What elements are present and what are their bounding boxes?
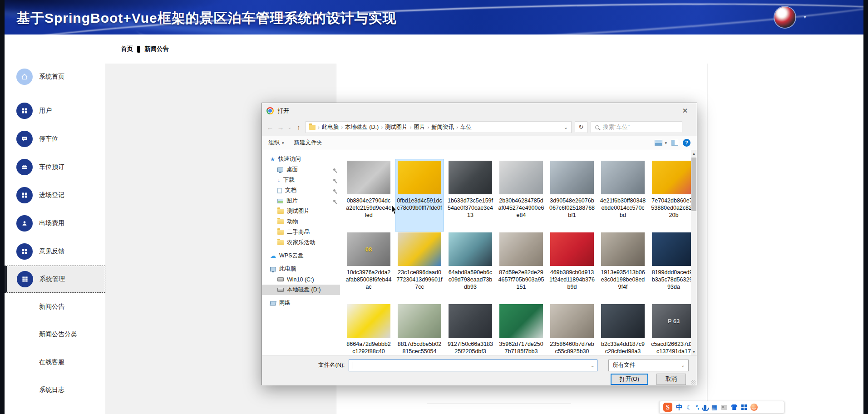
file-item[interactable]: 1913e935413b06e3c0d198be08ed9f4f xyxy=(599,231,647,303)
filetype-select[interactable]: 所有文件 ⌄ xyxy=(608,360,689,371)
file-item[interactable]: 0fbd1e3d4c591dcc78c09b0fff7fde0f xyxy=(395,159,444,231)
resize-grip[interactable] xyxy=(691,380,696,384)
skin-icon[interactable] xyxy=(731,404,738,410)
path-segment-parking[interactable]: 车位 xyxy=(460,123,472,131)
sidebar-item-feedback[interactable]: 意见反馈 xyxy=(5,237,105,266)
file-item[interactable]: 08 10dc3976a2dda2afab85008f6feb44ac xyxy=(345,231,393,303)
file-item[interactable]: 4e21f6b30ff80348ebde0014cc570cbd xyxy=(599,159,647,231)
scroll-down-icon[interactable]: ▼ xyxy=(691,350,697,354)
file-item[interactable]: 23586460b7d7ebc55c8925b30 xyxy=(548,303,596,355)
file-item[interactable]: 8664a72d9ebbb2c1292f88c40 xyxy=(345,303,393,355)
file-thumbnail xyxy=(601,232,645,266)
tree-item-pictures[interactable]: 图片 xyxy=(262,196,340,206)
forward-icon[interactable]: → xyxy=(277,123,284,131)
tree-item-quick-access[interactable]: ★ 快速访问 xyxy=(262,154,340,164)
ime-mode-toggle[interactable]: 中 xyxy=(676,403,683,412)
sogou-logo-icon[interactable]: S xyxy=(663,403,672,412)
new-folder-button[interactable]: 新建文件夹 xyxy=(294,139,323,147)
tree-item-drive-c[interactable]: Win10 (C:) xyxy=(262,274,340,285)
sidebar-subitem-news[interactable]: 新闻公告 xyxy=(5,293,105,320)
soft-keyboard-icon[interactable]: ▦ xyxy=(711,404,717,411)
tree-item-test-images[interactable]: 测试图片 xyxy=(262,206,340,217)
sidebar-item-system-manage[interactable]: 系统管理 xyxy=(5,266,105,293)
tree-item-farm-activity[interactable]: 农家乐活动 xyxy=(262,237,340,248)
open-button[interactable]: 打开(O) xyxy=(611,374,648,385)
account-icon[interactable] xyxy=(721,405,727,410)
tree-item-drive-d[interactable]: 本地磁盘 (D:) xyxy=(262,285,340,295)
sidebar-item-parking-space[interactable]: 停车位 xyxy=(5,125,105,153)
file-item[interactable]: 2b30b46284785daf045274e4900e6e84 xyxy=(497,159,545,231)
path-segment-drive-d[interactable]: 本地磁盘 (D:) xyxy=(345,123,379,131)
dialog-titlebar[interactable]: 打开 ✕ xyxy=(262,103,697,118)
refresh-icon[interactable]: ↻ xyxy=(575,121,587,133)
avatar-caret-icon[interactable]: ▾ xyxy=(804,14,806,20)
organize-button[interactable]: 组织 ▾ xyxy=(268,139,284,147)
sidebar-subitem-online-service[interactable]: 在线客服 xyxy=(5,348,105,376)
sidebar-subitem-system-log[interactable]: 系统日志 xyxy=(5,376,105,404)
sidebar-item-label: 停车位 xyxy=(39,135,58,143)
back-icon[interactable]: ← xyxy=(266,123,274,131)
file-item[interactable]: 469b389cb0d9131f24ed11894b376b9d xyxy=(548,231,596,303)
path-segment-this-pc[interactable]: 此电脑 xyxy=(322,123,339,131)
filename-input[interactable]: ⌄ xyxy=(349,360,597,371)
file-item[interactable]: 35962d717de2507b7185f7bb3 xyxy=(497,303,545,355)
scrollbar-thumb[interactable] xyxy=(691,158,696,211)
file-item[interactable]: P 63 c5acdf266237d39c137491da17 xyxy=(650,303,691,355)
breadcrumb-home[interactable]: 首页 xyxy=(121,45,133,53)
sidebar-item-entry-register[interactable]: 进场登记 xyxy=(5,181,105,209)
view-thumbnails-button[interactable]: ▾ xyxy=(655,140,667,146)
preview-pane-icon[interactable] xyxy=(671,140,678,146)
address-bar[interactable]: › 此电脑 › 本地磁盘 (D:) › 测试图片 › 图片 › 新闻资讯 › 车… xyxy=(306,121,572,133)
tree-item-network[interactable]: 网络 xyxy=(262,298,340,308)
file-item[interactable]: 8817d5cdbe5b02815cec55054 xyxy=(395,303,444,355)
file-thumbnail xyxy=(499,232,543,266)
path-segment-news[interactable]: 新闻资讯 xyxy=(431,123,454,131)
file-name: 8199ddd0aced96b3a5c78d56329e93da xyxy=(651,269,691,291)
sidebar-item-reservation[interactable]: 车位预订 xyxy=(5,153,105,181)
up-icon[interactable]: ↑ xyxy=(295,123,302,131)
file-item[interactable]: 1b633d73c5e159f54ae0f370cae3e413 xyxy=(446,159,494,231)
sidebar-subitem-news-category[interactable]: 新闻公告分类 xyxy=(5,320,105,348)
tree-item-documents[interactable]: 文档 xyxy=(262,185,340,196)
help-icon[interactable]: ? xyxy=(683,139,690,147)
emoji-icon[interactable] xyxy=(750,404,758,411)
file-item[interactable]: 87d59e2e82de294657f705b903a95151 xyxy=(497,231,545,303)
file-item[interactable]: b2c33a4dd187c9c28cfded98a3 xyxy=(599,303,647,355)
file-item[interactable]: 9127f50c66a318325f2205dbf3 xyxy=(446,303,494,355)
filename-dropdown-icon[interactable]: ⌄ xyxy=(591,363,594,368)
cancel-button[interactable]: 取消 xyxy=(656,374,686,385)
close-icon[interactable]: ✕ xyxy=(678,107,692,115)
scrollbar[interactable]: ▲ ▼ xyxy=(691,150,697,355)
search-input[interactable]: 搜索"车位" xyxy=(591,121,682,133)
file-item[interactable]: 8199ddd0aced96b3a5c78d56329e93da xyxy=(650,231,691,303)
file-item[interactable]: 3d90548e26076b067c6f025188768bf1 xyxy=(548,159,596,231)
path-segment-test-images[interactable]: 测试图片 xyxy=(385,123,408,131)
tree-item-downloads[interactable]: ↓ 下载 xyxy=(262,175,340,185)
picture-icon xyxy=(277,199,283,203)
file-item[interactable]: 23c1ce896daad077230413d99601f7cc xyxy=(395,231,444,303)
path-segment-images[interactable]: 图片 xyxy=(414,123,425,131)
tree-item-this-pc[interactable]: 此电脑 xyxy=(262,264,340,274)
sidebar-item-users[interactable]: 用户 xyxy=(5,97,105,125)
toolbox-icon[interactable] xyxy=(741,404,744,407)
path-separator: › xyxy=(428,124,429,130)
dialog-toolbar: 组织 ▾ 新建文件夹 ▾ ? xyxy=(262,136,697,150)
address-dropdown-icon[interactable]: ⌄ xyxy=(564,124,568,130)
tree-item-desktop[interactable]: 桌面 xyxy=(262,164,340,175)
sidebar-item-exit-fee[interactable]: 出场费用 xyxy=(5,209,105,237)
file-thumbnail xyxy=(449,232,492,266)
file-name: 35962d717de2507b7185f7bb3 xyxy=(498,340,544,355)
file-item[interactable]: 7e7042db860e7d53880ed0a2c82fc20b xyxy=(650,159,691,231)
tree-item-secondhand[interactable]: 二手商品 xyxy=(262,227,340,237)
microphone-icon[interactable] xyxy=(704,405,706,410)
fullwidth-moon-icon[interactable]: ☾ xyxy=(686,404,692,411)
avatar[interactable] xyxy=(774,7,795,28)
sidebar-item-home[interactable]: 系统首页 xyxy=(5,63,105,91)
scroll-up-icon[interactable]: ▲ xyxy=(691,152,697,156)
file-item[interactable]: 0b8804e27904dca2efc2159d9ee4cfed xyxy=(345,159,393,231)
tree-item-animals[interactable]: 动物 xyxy=(262,217,340,227)
history-dropdown-icon[interactable]: ⌄ xyxy=(287,125,292,130)
file-item[interactable]: 64abd8a590eb6cc09d798eaad73bdb93 xyxy=(446,231,494,303)
tree-item-wps-cloud[interactable]: ☁ WPS云盘 xyxy=(262,251,340,261)
punctuation-icon[interactable]: °, xyxy=(696,404,699,410)
